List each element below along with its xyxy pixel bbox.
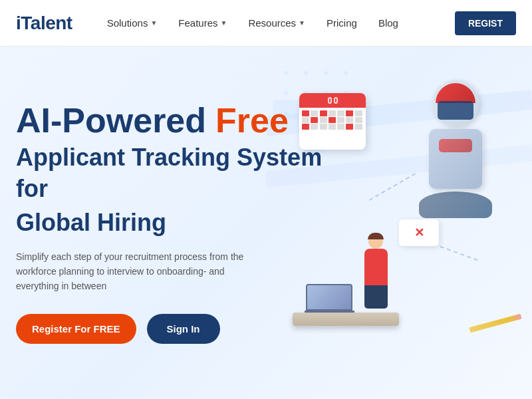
- nav-links: Solutions ▼ Features ▼ Resources ▼ Prici…: [99, 12, 455, 34]
- robot-figure: [419, 80, 492, 186]
- robot-face: [438, 101, 473, 120]
- person-body: [364, 249, 388, 285]
- hero-title-line2: Applicant Tracking System for: [16, 142, 326, 205]
- float-card: ✕: [399, 219, 439, 246]
- dotted-line-2: [440, 246, 477, 261]
- hero-section: AI-Powered Free Applicant Tracking Syste…: [0, 47, 532, 399]
- robot-helmet: [436, 83, 475, 103]
- dotted-line-1: [369, 173, 416, 201]
- robot-base: [419, 192, 492, 218]
- robot-torso: [429, 129, 482, 189]
- nav-solutions[interactable]: Solutions ▼: [99, 12, 166, 34]
- hero-subtitle: Simplify each step of your recruitment p…: [16, 249, 269, 294]
- person-figure: [356, 234, 396, 314]
- cal-cell: [355, 110, 362, 116]
- nav-register-button[interactable]: REGIST: [455, 11, 516, 35]
- brand-logo[interactable]: iTalent: [16, 13, 72, 34]
- robot-head: [432, 80, 479, 126]
- hero-title-part1: AI-Powered: [16, 102, 206, 140]
- register-free-button[interactable]: Register For FREE: [16, 314, 136, 344]
- nav-features[interactable]: Features ▼: [170, 12, 235, 34]
- nav-resources[interactable]: Resources ▼: [240, 12, 313, 34]
- hero-buttons: Register For FREE Sign In: [16, 314, 326, 344]
- hero-content: AI-Powered Free Applicant Tracking Syste…: [0, 102, 346, 344]
- person-head: [368, 234, 383, 249]
- person-legs: [364, 285, 388, 309]
- cal-cell: [346, 124, 353, 130]
- robot-torso-detail: [439, 139, 472, 152]
- resources-chevron-icon: ▼: [299, 19, 305, 27]
- hero-title-line3: Global Hiring: [16, 207, 326, 239]
- features-chevron-icon: ▼: [221, 19, 227, 27]
- sign-in-button[interactable]: Sign In: [147, 314, 220, 344]
- pencil-decoration: [469, 314, 521, 332]
- nav-pricing[interactable]: Pricing: [319, 12, 365, 34]
- logo-text: Talent: [21, 13, 72, 33]
- cal-cell: [346, 117, 353, 123]
- solutions-chevron-icon: ▼: [150, 19, 157, 27]
- float-x-icon: ✕: [414, 225, 424, 240]
- navbar: iTalent Solutions ▼ Features ▼ Resources…: [0, 0, 532, 47]
- cal-cell: [355, 124, 362, 130]
- hero-title-free: Free: [215, 102, 289, 140]
- cal-cell: [355, 117, 362, 123]
- person-hair: [368, 233, 384, 239]
- cal-cell: [346, 110, 353, 116]
- hero-title: AI-Powered Free: [16, 102, 326, 140]
- nav-blog[interactable]: Blog: [370, 12, 406, 34]
